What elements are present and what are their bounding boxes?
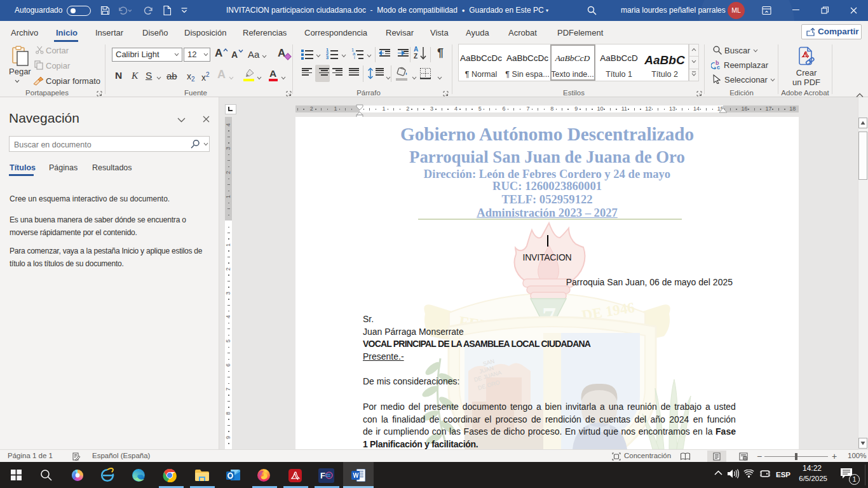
svg-text:F: F [320, 471, 325, 480]
svg-text:c: c [717, 64, 720, 70]
